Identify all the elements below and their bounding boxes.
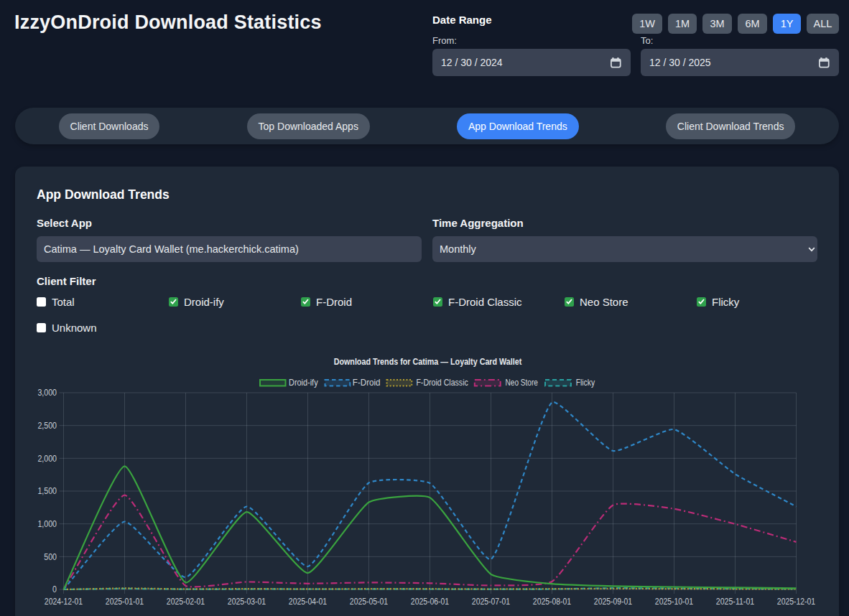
svg-text:2025-12-01: 2025-12-01 xyxy=(777,597,815,607)
svg-text:2025-02-01: 2025-02-01 xyxy=(167,597,205,607)
svg-text:Flicky: Flicky xyxy=(576,378,595,388)
svg-text:2024-12-01: 2024-12-01 xyxy=(45,597,83,607)
svg-text:1,000: 1,000 xyxy=(37,519,57,529)
svg-text:Download Trends for Catima — L: Download Trends for Catima — Loyalty Car… xyxy=(334,356,522,367)
svg-text:2025-11-01: 2025-11-01 xyxy=(716,597,754,607)
svg-text:Neo Store: Neo Store xyxy=(506,378,539,388)
svg-text:F-Droid Classic: F-Droid Classic xyxy=(416,378,468,388)
svg-text:2025-05-01: 2025-05-01 xyxy=(350,597,388,607)
svg-text:2025-06-01: 2025-06-01 xyxy=(411,597,449,607)
svg-text:0: 0 xyxy=(52,584,57,594)
svg-text:2025-03-01: 2025-03-01 xyxy=(228,597,266,607)
svg-text:Droid-ify: Droid-ify xyxy=(289,378,318,388)
svg-text:3,000: 3,000 xyxy=(37,388,57,398)
svg-text:2025-01-01: 2025-01-01 xyxy=(106,597,144,607)
svg-text:2,000: 2,000 xyxy=(37,454,57,464)
svg-text:500: 500 xyxy=(44,552,57,562)
svg-text:1,500: 1,500 xyxy=(37,486,57,496)
svg-text:2,500: 2,500 xyxy=(37,421,57,431)
svg-text:F-Droid: F-Droid xyxy=(353,378,381,388)
svg-text:2025-04-01: 2025-04-01 xyxy=(289,597,327,607)
svg-text:2025-07-01: 2025-07-01 xyxy=(472,597,510,607)
svg-text:2025-08-01: 2025-08-01 xyxy=(533,597,571,607)
svg-text:2025-09-01: 2025-09-01 xyxy=(594,597,632,607)
svg-text:2025-10-01: 2025-10-01 xyxy=(655,597,693,607)
